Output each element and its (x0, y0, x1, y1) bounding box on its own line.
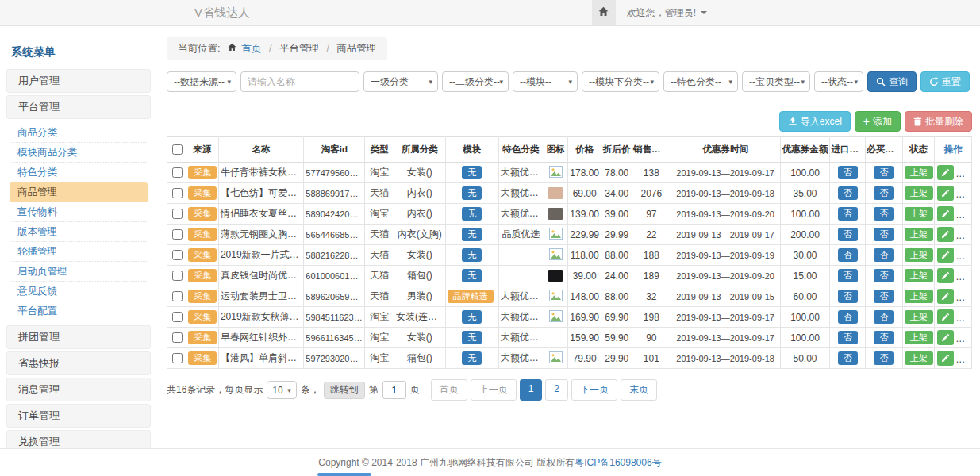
must-buy-badge[interactable]: 否 (874, 351, 894, 366)
batch-delete-button[interactable]: 批量删除 (905, 111, 972, 132)
name-search-input[interactable] (240, 71, 359, 92)
filter-select-data-source[interactable]: --数据来源--▾ (167, 71, 236, 92)
add-button[interactable]: +添加 (855, 111, 901, 132)
filter-select-category-l2[interactable]: --二级分类--▾ (442, 71, 509, 92)
breadcrumb-home-link[interactable]: 首页 (241, 43, 261, 54)
filter-select-status[interactable]: --状态--▾ (814, 71, 863, 92)
sidebar-item[interactable]: 宣传物料 (10, 202, 148, 222)
pagination-button[interactable]: 上一页 (471, 379, 517, 401)
pagination-button[interactable]: 1 (520, 379, 543, 401)
sidebar-group[interactable]: 平台管理 (6, 95, 151, 119)
edit-button[interactable] (937, 268, 954, 283)
reset-button[interactable]: 重置 (920, 71, 970, 92)
edit-button[interactable] (937, 289, 954, 304)
status-badge[interactable]: 上架 (905, 186, 933, 201)
sidebar-group[interactable]: 拼团管理 (6, 325, 151, 349)
row-checkbox[interactable] (172, 229, 183, 240)
table-row: 采集【港风】单肩斜跨链条...597293020870淘宝箱包()无大额优惠券7… (167, 348, 972, 369)
pagination-button[interactable]: 下一页 (571, 379, 617, 401)
status-badge[interactable]: 上架 (905, 166, 933, 180)
icp-link[interactable]: 粤ICP备16098006号 (575, 456, 661, 470)
row-checkbox[interactable] (172, 291, 183, 301)
import-select-cell: 否 (830, 183, 866, 204)
sidebar-item[interactable]: 商品管理 (10, 182, 148, 202)
row-checkbox[interactable] (172, 271, 183, 281)
must-buy-badge[interactable]: 否 (874, 331, 894, 345)
user-dropdown[interactable]: 欢迎您，管理员! (616, 6, 718, 20)
edit-button[interactable] (937, 309, 954, 324)
sidebar-item[interactable]: 特色分类 (10, 163, 148, 182)
status-badge[interactable]: 上架 (905, 248, 933, 263)
must-buy-badge[interactable]: 否 (874, 186, 894, 201)
must-buy-badge[interactable]: 否 (874, 269, 894, 283)
horizontal-scrollbar-thumb[interactable] (317, 473, 371, 476)
page-number-input[interactable] (382, 381, 406, 399)
row-checkbox[interactable] (172, 353, 183, 363)
import-excel-button[interactable]: 导入excel (779, 111, 851, 132)
filter-select-feature[interactable]: --特色分类--▾ (663, 71, 738, 92)
sidebar-item[interactable]: 模块商品分类 (10, 143, 148, 163)
import-select-badge[interactable]: 否 (838, 310, 858, 324)
pagination-button[interactable]: 末页 (621, 379, 657, 401)
row-checkbox[interactable] (172, 332, 183, 343)
must-buy-badge[interactable]: 否 (874, 166, 894, 180)
status-badge[interactable]: 上架 (905, 290, 933, 304)
import-select-badge[interactable]: 否 (838, 186, 858, 201)
import-select-badge[interactable]: 否 (838, 290, 858, 304)
pagination-button[interactable]: 2 (545, 379, 568, 401)
status-badge[interactable]: 上架 (905, 228, 933, 242)
import-select-badge[interactable]: 否 (838, 269, 858, 283)
must-buy-badge[interactable]: 否 (874, 248, 894, 263)
import-select-badge[interactable]: 否 (838, 331, 858, 345)
filter-select-item-type[interactable]: --宝贝类型--▾ (742, 71, 810, 92)
import-select-badge[interactable]: 否 (838, 248, 858, 263)
edit-button[interactable] (937, 351, 954, 366)
import-select-badge[interactable]: 否 (838, 207, 858, 221)
must-buy-badge[interactable]: 否 (874, 310, 894, 324)
operations-cell (935, 225, 972, 245)
row-checkbox[interactable] (172, 167, 183, 178)
home-button[interactable] (592, 0, 616, 25)
import-select-badge[interactable]: 否 (838, 166, 858, 180)
edit-button[interactable] (937, 186, 954, 201)
edit-button[interactable] (937, 248, 954, 263)
sidebar-item[interactable]: 版本管理 (10, 222, 148, 242)
pagination-button[interactable]: 首页 (431, 379, 467, 401)
must-buy-badge[interactable]: 否 (874, 228, 894, 242)
status-badge[interactable]: 上架 (905, 331, 933, 345)
status-badge[interactable]: 上架 (905, 207, 933, 221)
sidebar-group[interactable]: 用户管理 (6, 69, 151, 93)
edit-button[interactable] (937, 227, 954, 242)
select-all-checkbox[interactable] (172, 144, 183, 155)
row-checkbox[interactable] (172, 250, 183, 260)
edit-button[interactable] (937, 330, 954, 345)
import-select-badge[interactable]: 否 (838, 228, 858, 242)
edit-button[interactable] (937, 165, 954, 180)
status-badge[interactable]: 上架 (905, 351, 933, 366)
discount-price: 34.00 (601, 183, 632, 204)
must-buy-badge[interactable]: 否 (874, 290, 894, 304)
filter-select-module-sub[interactable]: --模块下分类--▾ (582, 71, 659, 92)
sidebar-group[interactable]: 省惠快报 (6, 351, 151, 375)
sidebar-group[interactable]: 消息管理 (6, 378, 151, 401)
sidebar-group[interactable]: 订单管理 (6, 404, 151, 428)
edit-button[interactable] (937, 206, 954, 221)
sidebar-item[interactable]: 轮播管理 (10, 242, 148, 262)
jump-button[interactable]: 跳转到 (324, 382, 365, 399)
product-category: 内衣(文胸) (394, 225, 445, 245)
status-badge[interactable]: 上架 (905, 310, 933, 324)
sidebar-item[interactable]: 商品分类 (10, 123, 148, 143)
row-checkbox[interactable] (172, 209, 183, 219)
row-checkbox[interactable] (172, 188, 183, 198)
sidebar-item[interactable]: 意见反馈 (10, 282, 148, 301)
import-select-badge[interactable]: 否 (838, 351, 858, 366)
filter-select-category-l1[interactable]: 一级分类▾ (363, 71, 438, 92)
search-button[interactable]: 查询 (867, 71, 917, 92)
filter-select-module[interactable]: --模块--▾ (513, 71, 578, 92)
row-checkbox[interactable] (172, 312, 183, 322)
must-buy-badge[interactable]: 否 (874, 207, 894, 221)
sidebar-item[interactable]: 启动页管理 (10, 262, 148, 282)
per-page-select[interactable]: 10▾ (267, 381, 296, 399)
status-badge[interactable]: 上架 (905, 269, 933, 283)
sidebar-item[interactable]: 平台配置 (10, 301, 148, 321)
